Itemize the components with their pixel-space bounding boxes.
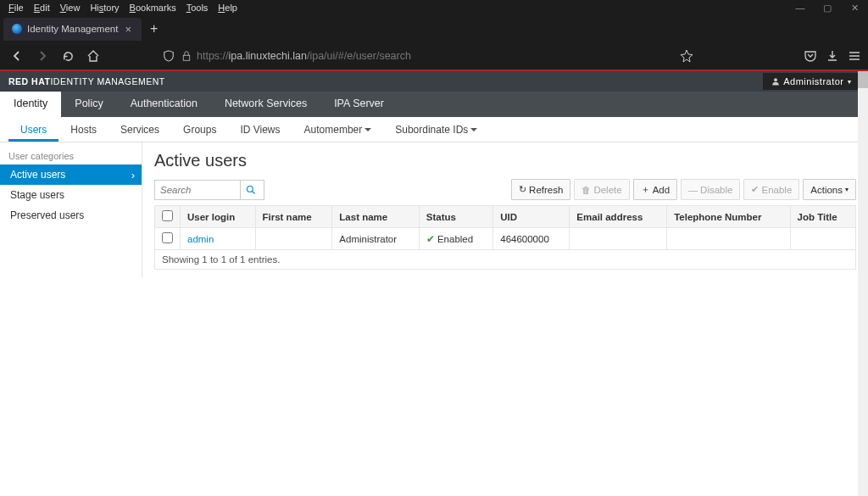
sidebar-item-preserved-users[interactable]: Preserved users xyxy=(0,205,142,226)
search-icon xyxy=(246,185,256,195)
secnav-hosts[interactable]: Hosts xyxy=(58,117,108,142)
app-menu-icon[interactable] xyxy=(848,49,861,63)
tab-title: Identity Management xyxy=(27,24,118,34)
cell-first-name xyxy=(255,228,332,250)
secnav-users[interactable]: Users xyxy=(8,117,58,142)
sidebar-item-stage-users[interactable]: Stage users xyxy=(0,185,142,205)
page-content: RED HAT IDENTITY MANAGEMENT Administrato… xyxy=(0,71,868,496)
primary-nav: Identity Policy Authentication Network S… xyxy=(0,92,868,117)
table-header-row: User login First name Last name Status U… xyxy=(155,206,856,228)
bookmark-star-icon[interactable] xyxy=(680,49,693,63)
actions-button[interactable]: Actions▾ xyxy=(803,179,856,200)
primnav-authentication[interactable]: Authentication xyxy=(117,92,211,117)
search-input[interactable] xyxy=(155,185,240,195)
lock-icon xyxy=(181,50,192,62)
delete-button[interactable]: 🗑Delete xyxy=(574,179,629,200)
sidebar: User categories Active users Stage users… xyxy=(0,142,142,278)
menu-view[interactable]: View xyxy=(55,1,86,14)
chevron-down-icon xyxy=(364,128,371,135)
menu-tools[interactable]: Tools xyxy=(181,1,214,14)
cell-user-login[interactable]: admin xyxy=(181,228,256,250)
add-button[interactable]: ＋Add xyxy=(633,179,677,200)
row-checkbox[interactable] xyxy=(162,232,173,243)
os-menubar: File Edit View History Bookmarks Tools H… xyxy=(0,0,868,15)
secnav-groups[interactable]: Groups xyxy=(171,117,228,142)
favicon-icon xyxy=(12,24,22,34)
chevron-down-icon: ▾ xyxy=(845,186,849,193)
menu-file[interactable]: File xyxy=(3,1,29,14)
primnav-ipa-server[interactable]: IPA Server xyxy=(320,92,398,117)
window-maximize-button[interactable]: ▢ xyxy=(814,0,841,15)
shield-icon xyxy=(163,50,175,62)
col-first-name[interactable]: First name xyxy=(255,206,332,228)
select-all-checkbox[interactable] xyxy=(162,210,173,221)
cell-job-title xyxy=(790,228,855,250)
primnav-policy[interactable]: Policy xyxy=(61,92,116,117)
user-menu[interactable]: Administrator ▾ xyxy=(763,73,860,90)
chevron-down-icon xyxy=(470,128,477,135)
url-text: https://ipa.linuxtechi.lan/ipa/ui/#/e/us… xyxy=(197,50,675,62)
users-table: User login First name Last name Status U… xyxy=(154,205,856,250)
browser-tabstrip: Identity Management × + xyxy=(0,15,868,42)
refresh-icon: ↻ xyxy=(519,184,526,195)
menu-history[interactable]: History xyxy=(85,1,124,14)
forward-button[interactable] xyxy=(32,46,53,66)
secondary-nav: Users Hosts Services Groups ID Views Aut… xyxy=(0,117,868,142)
toolbar: ↻Refresh 🗑Delete ＋Add —Disable ✔Enable A… xyxy=(154,179,856,200)
minus-icon: — xyxy=(688,185,698,195)
main-panel: Active users ↻Refresh 🗑Delete ＋Add —Disa… xyxy=(142,142,868,278)
svg-point-2 xyxy=(247,186,253,192)
user-icon xyxy=(771,77,780,86)
secnav-idviews[interactable]: ID Views xyxy=(228,117,292,142)
browser-navbar: https://ipa.linuxtechi.lan/ipa/ui/#/e/us… xyxy=(0,42,868,71)
svg-line-3 xyxy=(252,191,254,193)
search-button[interactable] xyxy=(240,181,260,199)
browser-tab[interactable]: Identity Management × xyxy=(3,18,142,41)
primnav-identity[interactable]: Identity xyxy=(0,92,61,117)
cell-uid: 464600000 xyxy=(493,228,570,250)
table-summary: Showing 1 to 1 of 1 entries. xyxy=(154,250,856,270)
enable-button[interactable]: ✔Enable xyxy=(743,179,799,200)
window-close-button[interactable]: ✕ xyxy=(841,0,868,15)
secnav-services[interactable]: Services xyxy=(108,117,171,142)
reload-button[interactable] xyxy=(58,46,78,66)
new-tab-button[interactable]: + xyxy=(142,21,166,36)
cell-email xyxy=(570,228,667,250)
plus-icon: ＋ xyxy=(641,183,650,196)
col-last-name[interactable]: Last name xyxy=(332,206,419,228)
col-telephone[interactable]: Telephone Number xyxy=(667,206,790,228)
svg-point-1 xyxy=(774,78,777,81)
trash-icon: 🗑 xyxy=(581,185,591,195)
pocket-icon[interactable] xyxy=(804,49,817,63)
tab-close-button[interactable]: × xyxy=(123,23,133,36)
col-uid[interactable]: UID xyxy=(493,206,570,228)
page-title: Active users xyxy=(154,151,856,170)
back-button[interactable] xyxy=(7,46,27,66)
menu-bookmarks[interactable]: Bookmarks xyxy=(125,1,181,14)
sidebar-item-active-users[interactable]: Active users xyxy=(0,164,142,185)
menu-help[interactable]: Help xyxy=(213,1,242,14)
refresh-button[interactable]: ↻Refresh xyxy=(511,179,570,200)
search-box xyxy=(154,180,264,200)
col-status[interactable]: Status xyxy=(419,206,493,228)
secnav-subordinate-ids[interactable]: Subordinate IDs xyxy=(383,117,489,142)
primnav-network-services[interactable]: Network Services xyxy=(211,92,320,117)
sidebar-category: User categories xyxy=(0,148,142,164)
vertical-scrollbar[interactable] xyxy=(858,71,868,496)
col-job-title[interactable]: Job Title xyxy=(790,206,855,228)
home-button[interactable] xyxy=(83,46,103,66)
url-bar[interactable]: https://ipa.linuxtechi.lan/ipa/ui/#/e/us… xyxy=(159,44,697,68)
downloads-icon[interactable] xyxy=(826,49,839,63)
app-brandbar: RED HAT IDENTITY MANAGEMENT Administrato… xyxy=(0,71,868,92)
window-minimize-button[interactable]: — xyxy=(787,0,814,15)
cell-last-name: Administrator xyxy=(332,228,419,250)
disable-button[interactable]: —Disable xyxy=(681,179,740,200)
cell-status: ✔ Enabled xyxy=(419,228,493,250)
cell-telephone xyxy=(667,228,790,250)
svg-rect-0 xyxy=(183,55,190,60)
secnav-automember[interactable]: Automember xyxy=(292,117,384,142)
menu-edit[interactable]: Edit xyxy=(29,1,55,14)
col-email[interactable]: Email address xyxy=(570,206,667,228)
check-icon: ✔ xyxy=(751,184,759,195)
col-user-login[interactable]: User login xyxy=(181,206,256,228)
